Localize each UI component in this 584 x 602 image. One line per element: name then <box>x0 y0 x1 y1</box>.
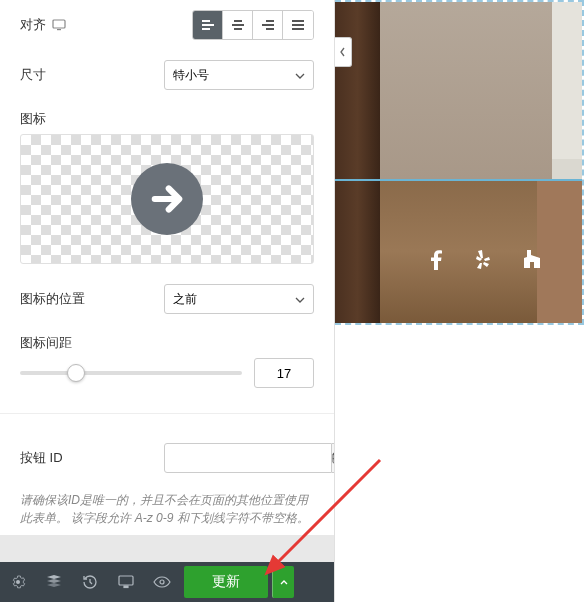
preview-right-floor <box>537 179 582 323</box>
preview-icon[interactable] <box>144 562 180 602</box>
alignment-label: 对齐 <box>20 16 192 34</box>
canvas-preview[interactable] <box>335 0 584 602</box>
svg-rect-2 <box>202 20 210 22</box>
align-right-button[interactable] <box>253 11 283 39</box>
arrow-right-icon <box>131 163 203 235</box>
size-row: 尺寸 特小号 <box>0 50 334 100</box>
svg-rect-3 <box>202 24 214 26</box>
svg-rect-13 <box>292 28 304 30</box>
size-value: 特小号 <box>173 67 209 84</box>
alignment-label-text: 对齐 <box>20 16 46 34</box>
houzz-icon[interactable] <box>524 250 540 275</box>
button-id-help: 请确保该ID是唯一的，并且不会在页面的其他位置使用此表单。 该字段允许 A-z … <box>0 483 334 535</box>
svg-rect-15 <box>119 576 133 585</box>
size-label: 尺寸 <box>20 66 164 84</box>
preview-image[interactable] <box>335 0 584 325</box>
svg-rect-5 <box>234 20 242 22</box>
svg-rect-0 <box>53 20 65 28</box>
slider-thumb[interactable] <box>67 364 85 382</box>
svg-rect-10 <box>266 28 274 30</box>
svg-point-17 <box>160 580 164 584</box>
settings-sidebar: 对齐 尺寸 特小号 图标 <box>0 0 335 602</box>
icon-position-label: 图标的位置 <box>20 290 164 308</box>
svg-rect-9 <box>262 24 274 26</box>
responsive-mode-icon[interactable] <box>108 562 144 602</box>
button-id-label: 按钮 ID <box>20 449 164 467</box>
svg-rect-8 <box>266 20 274 22</box>
svg-rect-11 <box>292 20 304 22</box>
icon-spacing-label: 图标间距 <box>0 324 334 358</box>
social-icons-widget[interactable] <box>431 250 540 275</box>
preview-upper-floor <box>380 2 552 179</box>
settings-icon[interactable] <box>0 562 36 602</box>
svg-rect-16 <box>124 586 128 588</box>
icon-spacing-input[interactable] <box>254 358 314 388</box>
size-select[interactable]: 特小号 <box>164 60 314 90</box>
update-dropdown-button[interactable] <box>272 566 294 598</box>
button-id-input-group <box>164 443 314 473</box>
icon-spacing-slider-row <box>0 358 334 403</box>
yelp-icon[interactable] <box>474 250 492 275</box>
svg-rect-12 <box>292 24 304 26</box>
svg-rect-7 <box>234 28 242 30</box>
footer-toolbar: 更新 <box>0 562 334 602</box>
history-icon[interactable] <box>72 562 108 602</box>
svg-rect-6 <box>232 24 244 26</box>
chevron-down-icon <box>295 68 305 82</box>
chevron-left-icon <box>339 47 346 57</box>
icon-preview[interactable] <box>20 134 314 264</box>
dynamic-tags-button[interactable] <box>332 443 334 473</box>
settings-content: 对齐 尺寸 特小号 图标 <box>0 0 334 562</box>
align-center-button[interactable] <box>223 11 253 39</box>
svg-rect-1 <box>57 29 61 30</box>
preview-guide-line <box>335 179 582 181</box>
button-id-input[interactable] <box>164 443 332 473</box>
icon-spacing-slider[interactable] <box>20 371 242 375</box>
database-icon <box>332 451 334 465</box>
alignment-row: 对齐 <box>0 0 334 50</box>
button-id-row: 按钮 ID <box>0 433 334 483</box>
update-button[interactable]: 更新 <box>184 566 268 598</box>
section-divider <box>0 413 334 433</box>
alignment-buttons <box>192 10 314 40</box>
align-left-button[interactable] <box>193 11 223 39</box>
chevron-down-icon <box>295 292 305 306</box>
bottom-spacer <box>0 535 334 562</box>
icon-label: 图标 <box>0 100 334 134</box>
responsive-icon[interactable] <box>52 19 66 31</box>
collapse-panel-button[interactable] <box>335 37 352 67</box>
preview-right-wall <box>552 2 582 179</box>
svg-rect-4 <box>202 28 210 30</box>
align-justify-button[interactable] <box>283 11 313 39</box>
icon-position-row: 图标的位置 之前 <box>0 274 334 324</box>
facebook-icon[interactable] <box>431 250 442 275</box>
icon-position-value: 之前 <box>173 291 197 308</box>
navigator-icon[interactable] <box>36 562 72 602</box>
icon-position-select[interactable]: 之前 <box>164 284 314 314</box>
